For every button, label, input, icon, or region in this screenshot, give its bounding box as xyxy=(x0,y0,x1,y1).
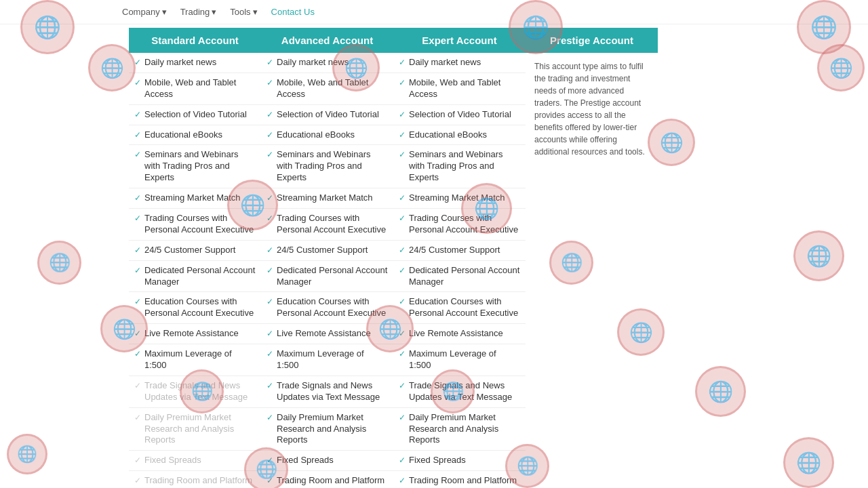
feature-text: Education Courses with Personal Account … xyxy=(409,296,520,319)
feature-advanced-row-14: ✓Fixed Spreads xyxy=(261,451,393,471)
feature-advanced-row-0: ✓Daily market news xyxy=(261,53,393,73)
feature-expert-row-13: ✓Daily Premium Market Research and Analy… xyxy=(393,407,526,451)
feature-expert-row-12: ✓Trade Signals and News Updates via Text… xyxy=(393,375,526,407)
feature-text: Maximum Leverage of 1:500 xyxy=(277,348,388,371)
feature-text: Selection of Video Tutorial xyxy=(409,109,511,121)
feature-standard-row-3: ✓Educational eBooks xyxy=(129,125,261,145)
advanced-account-header: Advanced Account xyxy=(261,28,393,53)
check-icon: ✓ xyxy=(267,58,273,67)
check-icon: ✓ xyxy=(267,193,273,203)
prestige-account-header: Prestige Account xyxy=(526,28,658,53)
check-icon: ✓ xyxy=(134,381,141,390)
feature-advanced-row-1: ✓Mobile, Web and Tablet Access xyxy=(261,73,393,104)
check-icon: ✓ xyxy=(399,58,406,67)
feature-text: Maximum Leverage of 1:500 xyxy=(409,348,520,371)
feature-advanced-row-2: ✓Selection of Video Tutorial xyxy=(261,104,393,125)
check-icon: ✓ xyxy=(134,245,141,255)
feature-text: Trade Signals and News Updates via Text … xyxy=(409,380,520,403)
feature-advanced-row-11: ✓Maximum Leverage of 1:500 xyxy=(261,344,393,376)
feature-standard-row-7: ✓24/5 Customer Support xyxy=(129,240,261,260)
feature-text: Mobile, Web and Tablet Access xyxy=(277,77,388,100)
feature-text: Daily Premium Market Research and Analys… xyxy=(409,412,520,447)
nav-item-contact[interactable]: Contact Us xyxy=(271,7,315,17)
feature-text: Fixed Spreads xyxy=(144,455,201,466)
feature-text: Educational eBooks xyxy=(409,129,487,141)
feature-text: Seminars and Webinars with Trading Pros … xyxy=(144,149,256,184)
feature-advanced-row-3: ✓Educational eBooks xyxy=(261,125,393,145)
feature-advanced-row-9: ✓Education Courses with Personal Account… xyxy=(261,292,393,324)
feature-standard-row-14: ✓Fixed Spreads xyxy=(129,451,261,471)
feature-standard-row-6: ✓Trading Courses with Personal Account E… xyxy=(129,209,261,241)
check-icon: ✓ xyxy=(134,455,141,465)
feature-standard-row-11: ✓Maximum Leverage of 1:500 xyxy=(129,344,261,376)
feature-advanced-row-13: ✓Daily Premium Market Research and Analy… xyxy=(261,407,393,451)
feature-expert-row-10: ✓Live Remote Assistance xyxy=(393,324,526,344)
feature-advanced-row-15: ✓Trading Room and Platform Research xyxy=(261,471,393,488)
feature-advanced-row-6: ✓Trading Courses with Personal Account E… xyxy=(261,209,393,241)
feature-standard-row-10: ✓Live Remote Assistance xyxy=(129,324,261,344)
feature-text: Dedicated Personal Account Manager xyxy=(144,265,256,288)
check-icon: ✓ xyxy=(399,110,406,119)
feature-expert-row-1: ✓Mobile, Web and Tablet Access xyxy=(393,73,526,104)
feature-standard-row-8: ✓Dedicated Personal Account Manager xyxy=(129,260,261,292)
feature-standard-row-5: ✓Streaming Market Match xyxy=(129,188,261,209)
nav-item-company[interactable]: Company ▾ xyxy=(122,7,167,17)
check-icon: ✓ xyxy=(267,130,273,140)
feature-standard-row-13: ✓Daily Premium Market Research and Analy… xyxy=(129,407,261,451)
feature-text: 24/5 Customer Support xyxy=(409,245,500,256)
feature-text: Trading Courses with Personal Account Ex… xyxy=(409,213,520,236)
accounts-header: Standard Account Advanced Account Expert… xyxy=(129,28,739,53)
feature-text: Trade Signals and News Updates via Text … xyxy=(277,380,388,403)
features-table-wrapper: ✓Daily market news✓Daily market news✓Dai… xyxy=(129,53,739,488)
feature-text: Trade Signals and News Updates via Text … xyxy=(144,380,256,403)
check-icon: ✓ xyxy=(134,413,141,422)
check-icon: ✓ xyxy=(399,150,406,159)
feature-text: Educational eBooks xyxy=(144,129,222,141)
nav-item-trading[interactable]: Trading ▾ xyxy=(180,7,217,17)
check-icon: ✓ xyxy=(134,297,141,306)
check-icon: ✓ xyxy=(399,381,406,390)
feature-text: Trading Room and Platform Research xyxy=(409,475,520,488)
chevron-down-icon: ▾ xyxy=(212,7,216,17)
check-icon: ✓ xyxy=(267,476,273,485)
check-icon: ✓ xyxy=(399,266,406,275)
check-icon: ✓ xyxy=(134,329,141,338)
feature-expert-row-9: ✓Education Courses with Personal Account… xyxy=(393,292,526,324)
feature-text: Trading Room and Platform Research xyxy=(277,475,388,488)
feature-text: Streaming Market Match xyxy=(409,192,505,204)
feature-expert-row-5: ✓Streaming Market Match xyxy=(393,188,526,209)
feature-text: Daily Premium Market Research and Analys… xyxy=(277,412,388,447)
feature-text: Daily market news xyxy=(144,57,216,68)
feature-advanced-row-8: ✓Dedicated Personal Account Manager xyxy=(261,260,393,292)
chevron-down-icon: ▾ xyxy=(162,7,167,17)
feature-text: Mobile, Web and Tablet Access xyxy=(409,77,520,100)
feature-text: Maximum Leverage of 1:500 xyxy=(144,348,256,371)
check-icon: ✓ xyxy=(134,193,141,203)
accounts-comparison: Standard Account Advanced Account Expert… xyxy=(0,28,868,488)
check-icon: ✓ xyxy=(134,130,141,140)
chevron-down-icon: ▾ xyxy=(253,7,258,17)
feature-standard-row-9: ✓Education Courses with Personal Account… xyxy=(129,292,261,324)
feature-standard-row-0: ✓Daily market news xyxy=(129,53,261,73)
feature-expert-row-2: ✓Selection of Video Tutorial xyxy=(393,104,526,125)
check-icon: ✓ xyxy=(267,245,273,255)
feature-text: Selection of Video Tutorial xyxy=(277,109,379,121)
feature-text: Live Remote Assistance xyxy=(144,328,239,340)
check-icon: ✓ xyxy=(399,413,406,422)
feature-standard-row-1: ✓Mobile, Web and Tablet Access xyxy=(129,73,261,104)
feature-expert-row-11: ✓Maximum Leverage of 1:500 xyxy=(393,344,526,376)
check-icon: ✓ xyxy=(399,78,406,87)
check-icon: ✓ xyxy=(267,413,273,422)
check-icon: ✓ xyxy=(134,110,141,119)
feature-expert-row-0: ✓Daily market news xyxy=(393,53,526,73)
check-icon: ✓ xyxy=(399,455,406,465)
nav-item-tools[interactable]: Tools ▾ xyxy=(230,7,257,17)
feature-text: Education Courses with Personal Account … xyxy=(144,296,256,319)
check-icon: ✓ xyxy=(134,476,141,485)
check-icon: ✓ xyxy=(134,150,141,159)
standard-account-header: Standard Account xyxy=(129,28,261,53)
feature-text: Education Courses with Personal Account … xyxy=(277,296,388,319)
feature-text: Selection of Video Tutorial xyxy=(144,109,247,121)
check-icon: ✓ xyxy=(399,297,406,306)
feature-expert-row-14: ✓Fixed Spreads xyxy=(393,451,526,471)
